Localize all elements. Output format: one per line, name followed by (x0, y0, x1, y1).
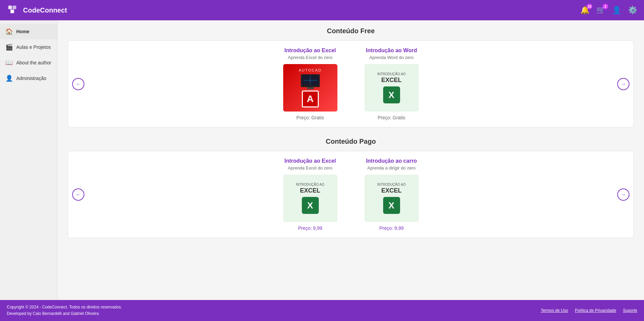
paid-course-card-1: Introdução ao carro Aprenda a dirigir do… (354, 158, 429, 231)
paid-course-card-0: Introdução ao Excel Aprenda Excel do zer… (273, 158, 348, 231)
free-course-0-thumbnail[interactable]: AUTOCAD A (283, 64, 337, 112)
excel-icon-paid-1: X (383, 197, 400, 214)
free-course-0-subtitle: Aprenda Excel do zero (288, 55, 333, 60)
sidebar: 🏠 Home 🎬 Aulas e Projetos 📖 About the au… (0, 20, 58, 300)
sidebar-item-home[interactable]: 🏠 Home (0, 24, 57, 39)
free-course-1-thumbnail[interactable]: INTRODUÇÃO AO EXCEL X (365, 64, 419, 112)
notification-badge: 10 (587, 4, 592, 9)
free-course-card-0: Introdução ao Excel Aprenda Excel do zer… (273, 47, 348, 120)
free-course-0-title: Introdução ao Excel (284, 47, 336, 54)
notification-button[interactable]: 🔔 10 (580, 6, 589, 15)
header-right: 🔔 10 🛒 2 👤 ⚙️ (580, 6, 637, 15)
sidebar-item-aulas[interactable]: 🎬 Aulas e Projetos (0, 39, 57, 55)
excel-thumb-paid-0: INTRODUÇÃO AO EXCEL X (283, 175, 337, 222)
sidebar-item-home-label: Home (16, 29, 29, 34)
excel-thumb-paid-1: INTRODUÇÃO AO EXCEL X (365, 175, 419, 222)
free-section-title: Conteúdo Free (68, 27, 634, 35)
sidebar-item-about-label: About the author (16, 60, 51, 65)
sidebar-item-aulas-label: Aulas e Projetos (16, 44, 51, 50)
free-course-card-1: Introdução ao Word Aprenda Word do zero … (354, 47, 429, 120)
excel-icon: X (383, 86, 400, 103)
free-course-1-subtitle: Aprenda Word do zero (369, 55, 414, 60)
app-title: CodeConnect (23, 6, 67, 14)
paid-course-0-title: Introdução ao Excel (284, 158, 336, 164)
free-carousel-prev[interactable]: ← (72, 78, 84, 90)
free-course-1-price: Preço: Gratis (378, 115, 406, 120)
footer-links: Termos de Uso Política de Privacidade Su… (541, 308, 637, 313)
paid-course-0-thumbnail[interactable]: INTRODUÇÃO AO EXCEL X (283, 175, 337, 222)
sidebar-item-admin-label: Administração (16, 76, 46, 81)
free-course-0-price: Preço: Gratis (296, 115, 324, 120)
gear-icon: ⚙️ (628, 6, 637, 15)
footer-link-terms[interactable]: Termos de Uso (541, 308, 568, 313)
excel-thumb-paid-0-title: EXCEL (300, 187, 320, 194)
cart-button[interactable]: 🛒 2 (596, 6, 605, 15)
paid-carousel-next[interactable]: → (617, 188, 629, 201)
svg-rect-7 (307, 87, 314, 89)
autocad-thumb: AUTOCAD A (283, 64, 337, 112)
footer-left: Copyright © 2024 - CodeConnect. Todos os… (7, 304, 122, 317)
free-carousel-items: Introdução ao Excel Aprenda Excel do zer… (88, 47, 613, 120)
footer-link-privacy[interactable]: Política de Privacidade (575, 308, 616, 313)
excel-thumb-paid-1-title: EXCEL (381, 187, 401, 194)
paid-course-1-title: Introdução ao carro (366, 158, 417, 164)
film-icon: 🎬 (5, 43, 13, 51)
paid-course-1-price: Preço: 9,99 (379, 225, 404, 231)
layout: 🏠 Home 🎬 Aulas e Projetos 📖 About the au… (0, 20, 644, 300)
main-content: Conteúdo Free ← Introdução ao Excel Apre… (58, 20, 644, 300)
cart-badge: 2 (603, 4, 608, 9)
free-carousel-next[interactable]: → (617, 78, 629, 90)
autocad-logo-box: A (302, 91, 319, 107)
paid-course-0-subtitle: Aprenda Excel do zero (288, 165, 333, 170)
logo-icon (7, 4, 19, 16)
excel-icon-paid-0: X (302, 197, 319, 214)
admin-icon: 👤 (5, 75, 13, 82)
book-icon: 📖 (5, 59, 13, 66)
home-icon: 🏠 (5, 28, 13, 35)
header: CodeConnect 🔔 10 🛒 2 👤 ⚙️ (0, 0, 644, 20)
settings-button[interactable]: ⚙️ (628, 6, 637, 15)
autocad-screen-svg (300, 74, 320, 91)
paid-course-1-thumbnail[interactable]: INTRODUÇÃO AO EXCEL X (365, 175, 419, 222)
excel-thumb-title: EXCEL (381, 77, 401, 84)
sidebar-item-admin[interactable]: 👤 Administração (0, 71, 57, 86)
svg-rect-1 (13, 6, 16, 9)
autocad-label: AUTOCAD (299, 68, 322, 72)
footer-link-support[interactable]: Suporte (623, 308, 637, 313)
paid-section-title: Conteúdo Pago (68, 138, 634, 145)
paid-course-1-subtitle: Aprenda a dirigir do zero (367, 165, 415, 170)
paid-carousel-prev[interactable]: ← (72, 188, 84, 201)
footer-copyright: Copyright © 2024 - CodeConnect. Todos os… (7, 304, 122, 310)
free-carousel: ← Introdução ao Excel Aprenda Excel do z… (68, 40, 634, 127)
paid-course-0-price: Preço: 9,99 (298, 225, 323, 231)
footer-developed-by: Developed by Caio Bernardelli and Gabrie… (7, 310, 122, 317)
free-course-1-title: Introdução ao Word (366, 47, 417, 54)
sidebar-item-about[interactable]: 📖 About the author (0, 55, 57, 71)
excel-thumb-free: INTRODUÇÃO AO EXCEL X (365, 64, 419, 112)
paid-carousel-items: Introdução ao Excel Aprenda Excel do zer… (88, 158, 613, 231)
paid-carousel: ← Introdução ao Excel Aprenda Excel do z… (68, 151, 634, 238)
svg-rect-2 (11, 9, 14, 13)
user-icon: 👤 (612, 6, 621, 15)
svg-rect-0 (8, 6, 12, 9)
user-button[interactable]: 👤 (612, 6, 621, 15)
footer: Copyright © 2024 - CodeConnect. Todos os… (0, 300, 644, 321)
header-left: CodeConnect (7, 4, 67, 16)
